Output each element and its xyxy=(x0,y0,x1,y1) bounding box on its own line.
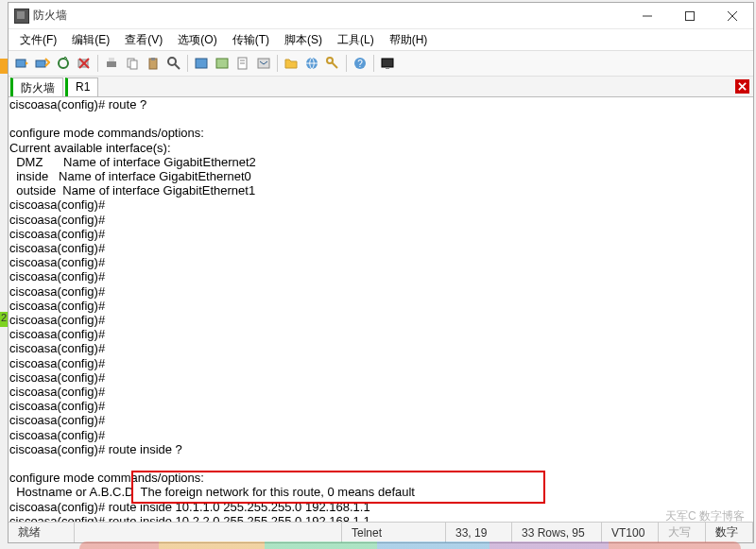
explore-icon[interactable] xyxy=(302,54,321,73)
window-title: 防火墙 xyxy=(33,8,626,24)
key-icon[interactable] xyxy=(323,54,342,73)
status-termtype: VT100 xyxy=(602,523,659,542)
term-line: inside Name of interface GigabitEthernet… xyxy=(9,169,251,183)
menu-help[interactable]: 帮助(H) xyxy=(382,30,436,50)
minimize-button[interactable] xyxy=(626,3,668,29)
log-icon[interactable] xyxy=(233,54,252,73)
term-line: configure mode commands/options: xyxy=(9,471,204,485)
disconnect-icon[interactable] xyxy=(75,54,94,73)
term-line: ciscoasa(config)# xyxy=(9,370,105,385)
term-line: ciscoasa(config)# xyxy=(9,255,105,269)
term-line: ciscoasa(config)# xyxy=(9,213,105,227)
term-line: ciscoasa(config)# xyxy=(9,241,105,255)
term-line: ciscoasa(config)# xyxy=(9,284,105,299)
tabbar: 防火墙 R1 xyxy=(9,77,753,97)
app-window: 防火墙 文件(F) 编辑(E) 查看(V) 选项(O) 传输(T) 脚本(S) … xyxy=(8,2,754,543)
tab-r1[interactable]: R1 xyxy=(65,77,98,96)
term-line: ciscoasa(config)# route ? xyxy=(9,97,146,112)
term-line: ciscoasa(config)# route inside 10.1.1.0 … xyxy=(9,500,370,514)
print-icon[interactable] xyxy=(102,54,121,73)
folder-icon[interactable] xyxy=(282,54,301,73)
menubar: 文件(F) 编辑(E) 查看(V) 选项(O) 传输(T) 脚本(S) 工具(L… xyxy=(9,29,753,50)
tab-firewall[interactable]: 防火墙 xyxy=(10,77,63,96)
menu-edit[interactable]: 编辑(E) xyxy=(64,30,117,50)
screen-icon[interactable] xyxy=(378,54,397,73)
term-line: Hostname or A.B.C.D The foreign network … xyxy=(9,485,415,499)
term-line: ciscoasa(config)# xyxy=(9,227,105,241)
svg-rect-10 xyxy=(107,61,116,67)
status-cursor-pos: 33, 19 xyxy=(446,523,512,542)
term-line: ciscoasa(config)# xyxy=(9,197,105,212)
term-line: outside Name of interface GigabitEtherne… xyxy=(9,183,255,197)
send-icon[interactable] xyxy=(254,54,273,73)
term-line: ciscoasa(config)# route inside 10.2.2.0 … xyxy=(9,514,370,522)
svg-rect-13 xyxy=(130,60,137,69)
session-icon[interactable] xyxy=(213,54,232,73)
svg-rect-23 xyxy=(258,59,269,68)
quick-connect-icon[interactable] xyxy=(33,54,52,73)
svg-rect-18 xyxy=(196,59,207,68)
connect-icon[interactable] xyxy=(12,54,31,73)
term-line: ciscoasa(config)# xyxy=(9,327,105,341)
find-icon[interactable] xyxy=(164,54,183,73)
term-line: ciscoasa(config)# xyxy=(9,385,105,399)
status-caps: 大写 xyxy=(659,523,706,542)
titlebar[interactable]: 防火墙 xyxy=(9,3,753,29)
term-line: ciscoasa(config)# xyxy=(9,299,105,313)
close-tab-icon[interactable] xyxy=(735,79,749,94)
menu-options[interactable]: 选项(O) xyxy=(170,30,224,50)
settings-icon[interactable] xyxy=(192,54,211,73)
toolbar: ? xyxy=(9,50,753,77)
reconnect-icon[interactable] xyxy=(54,54,73,73)
maximize-button[interactable] xyxy=(668,3,711,29)
menu-script[interactable]: 脚本(S) xyxy=(277,30,330,50)
term-line: ciscoasa(config)# xyxy=(9,413,105,427)
paste-icon[interactable] xyxy=(144,54,163,73)
svg-line-17 xyxy=(175,64,180,69)
svg-text:?: ? xyxy=(357,59,363,69)
help-icon[interactable]: ? xyxy=(351,54,369,73)
svg-rect-4 xyxy=(16,60,26,67)
svg-line-26 xyxy=(332,62,337,68)
menu-transfer[interactable]: 传输(T) xyxy=(225,30,277,50)
menu-tools[interactable]: 工具(L) xyxy=(330,30,382,50)
app-icon xyxy=(14,9,29,24)
svg-rect-1 xyxy=(685,11,694,20)
term-line: DMZ Name of interface GigabitEthernet2 xyxy=(9,155,256,169)
svg-rect-30 xyxy=(386,67,389,69)
term-line: ciscoasa(config)# xyxy=(9,399,105,413)
terminal[interactable]: ciscoasa(config)# route ? configure mode… xyxy=(9,97,753,522)
svg-point-16 xyxy=(168,58,176,65)
svg-rect-11 xyxy=(109,58,114,61)
svg-rect-29 xyxy=(382,59,393,67)
status-protocol: Telnet xyxy=(342,523,446,542)
term-line: Current available interface(s): xyxy=(9,141,171,155)
menu-file[interactable]: 文件(F) xyxy=(12,30,64,50)
left-decor: 2 xyxy=(0,0,8,549)
term-line: ciscoasa(config)# xyxy=(9,313,105,327)
term-line: configure mode commands/options: xyxy=(9,126,204,140)
term-line: ciscoasa(config)# xyxy=(9,341,105,355)
status-num: 数字 xyxy=(706,523,753,542)
term-line: ciscoasa(config)# xyxy=(9,269,105,283)
term-line: ciscoasa(config)# xyxy=(9,356,105,370)
svg-point-6 xyxy=(59,59,68,68)
term-line: ciscoasa(config)# xyxy=(9,428,105,442)
term-line: ciscoasa(config)# route inside ? xyxy=(9,442,182,456)
status-ready: 就绪 xyxy=(9,523,75,542)
statusbar: 就绪 Telnet 33, 19 33 Rows, 95 VT100 大写 数字 xyxy=(9,522,753,542)
status-size: 33 Rows, 95 xyxy=(512,523,602,542)
menu-view[interactable]: 查看(V) xyxy=(117,30,170,50)
close-button[interactable] xyxy=(711,3,753,29)
bottom-decor xyxy=(79,541,741,549)
svg-rect-19 xyxy=(216,59,228,68)
copy-icon[interactable] xyxy=(123,54,142,73)
svg-rect-15 xyxy=(151,58,155,60)
svg-rect-5 xyxy=(36,60,45,67)
